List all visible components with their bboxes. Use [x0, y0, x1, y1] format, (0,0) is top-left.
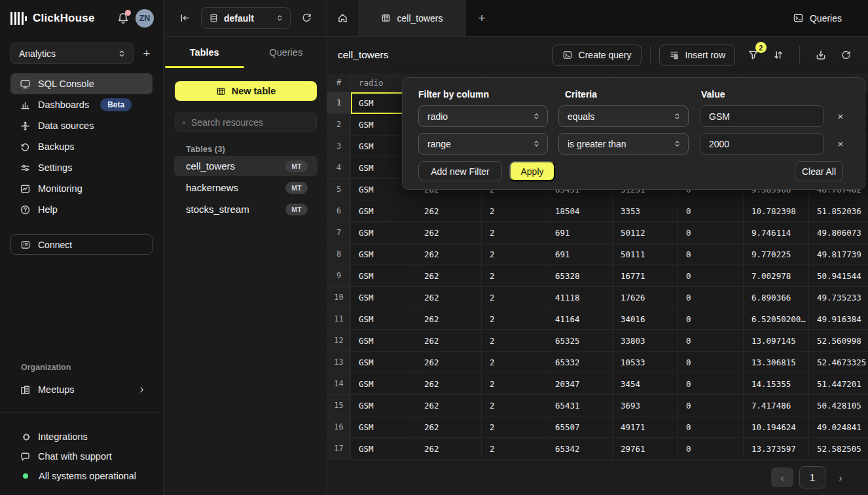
table-cell[interactable]: 16771: [613, 265, 678, 287]
table-cell[interactable]: 262: [416, 395, 482, 416]
sidebar-item-monitoring[interactable]: Monitoring: [10, 178, 153, 199]
sidebar-item-meetups[interactable]: Meetups: [10, 379, 153, 400]
next-page-button[interactable]: ›: [831, 468, 850, 487]
row-number[interactable]: 15: [327, 395, 351, 416]
filter-button[interactable]: 2: [743, 45, 764, 65]
table-cell[interactable]: 0: [678, 352, 744, 373]
table-cell[interactable]: 262: [416, 373, 482, 395]
create-query-button[interactable]: Create query: [552, 45, 642, 66]
table-cell[interactable]: 7.002978: [744, 265, 809, 287]
table-cell[interactable]: 10.782398: [744, 200, 809, 222]
workspace-select[interactable]: Analytics: [10, 43, 134, 64]
table-cell[interactable]: 262: [416, 222, 482, 244]
previous-page-button[interactable]: ‹: [771, 468, 793, 487]
apply-button[interactable]: Apply: [509, 161, 555, 181]
row-number[interactable]: 14: [327, 373, 351, 395]
table-cell[interactable]: 262: [416, 330, 482, 352]
new-tab-button[interactable]: +: [466, 0, 497, 36]
table-cell[interactable]: 49.735233: [809, 287, 868, 308]
sidebar-item-sql-console[interactable]: SQL Console: [10, 73, 153, 94]
tab-queries[interactable]: Queries: [245, 37, 327, 68]
table-cell[interactable]: 2: [482, 330, 547, 352]
row-number[interactable]: 11: [327, 308, 351, 330]
table-cell[interactable]: 65328: [547, 265, 613, 287]
table-cell[interactable]: 262: [416, 416, 482, 438]
add-filter-button[interactable]: Add new Filter: [418, 161, 502, 181]
table-cell[interactable]: 49171: [613, 416, 678, 438]
table-cell[interactable]: 50.941544: [809, 265, 868, 287]
row-number[interactable]: 6: [327, 200, 351, 222]
filter-column-select[interactable]: radio: [418, 105, 548, 127]
tab-tables[interactable]: Tables: [164, 37, 245, 68]
table-cell[interactable]: 41164: [547, 308, 613, 330]
download-button[interactable]: [810, 45, 831, 65]
filter-column-select[interactable]: range: [418, 133, 548, 155]
table-cell[interactable]: 691: [547, 244, 613, 265]
connect-button[interactable]: Connect: [10, 234, 153, 255]
sidebar-item-dashboards[interactable]: Dashboards Beta: [10, 94, 153, 115]
table-cell[interactable]: 49.024841: [809, 416, 868, 438]
row-number[interactable]: 7: [327, 222, 351, 244]
table-cell[interactable]: 52.4673325: [809, 352, 868, 373]
table-cell[interactable]: 6.52050200…: [744, 308, 809, 330]
table-cell[interactable]: 52.582505: [809, 438, 868, 460]
table-cell[interactable]: 13.373597: [744, 438, 809, 460]
table-cell[interactable]: 2: [482, 244, 547, 265]
sidebar-item-chat-support[interactable]: Chat with support: [10, 447, 153, 466]
table-cell[interactable]: 262: [416, 265, 482, 287]
insert-row-button[interactable]: Insert row: [659, 45, 735, 66]
table-cell[interactable]: GSM: [351, 287, 416, 308]
table-cell[interactable]: 33803: [613, 330, 678, 352]
table-cell[interactable]: 50111: [613, 244, 678, 265]
table-cell[interactable]: 0: [678, 222, 744, 244]
row-number[interactable]: 9: [327, 265, 351, 287]
table-cell[interactable]: 9.746114: [744, 222, 809, 244]
table-cell[interactable]: GSM: [351, 308, 416, 330]
system-status-link[interactable]: All systems operational: [10, 466, 153, 486]
table-cell[interactable]: 0: [678, 265, 744, 287]
table-cell[interactable]: 2: [482, 416, 547, 438]
remove-filter-close-icon[interactable]: ×: [832, 105, 849, 127]
row-number[interactable]: 10: [327, 287, 351, 308]
table-cell[interactable]: 2: [482, 395, 547, 416]
table-cell[interactable]: 29761: [613, 438, 678, 460]
table-cell[interactable]: 0: [678, 416, 744, 438]
avatar[interactable]: ZN: [136, 9, 154, 28]
table-cell[interactable]: 18504: [547, 200, 613, 222]
table-cell[interactable]: 49.806073: [809, 222, 868, 244]
table-cell[interactable]: 0: [678, 287, 744, 308]
table-cell[interactable]: 65342: [547, 438, 613, 460]
search-resources-box[interactable]: [175, 113, 317, 132]
table-cell[interactable]: 2: [482, 265, 547, 287]
table-cell[interactable]: 3353: [613, 200, 678, 222]
home-button[interactable]: [327, 0, 358, 36]
sidebar-item-settings[interactable]: Settings: [10, 157, 153, 178]
notifications-button[interactable]: [117, 12, 130, 25]
sidebar-item-integrations[interactable]: Integrations: [10, 427, 153, 447]
table-cell[interactable]: 3454: [613, 373, 678, 395]
table-cell[interactable]: 262: [416, 244, 482, 265]
table-cell[interactable]: GSM: [351, 244, 416, 265]
table-cell[interactable]: GSM: [351, 200, 416, 222]
table-cell[interactable]: 51.852036: [809, 200, 868, 222]
sidebar-item-help[interactable]: Help: [10, 199, 153, 220]
table-cell[interactable]: 49.916384: [809, 308, 868, 330]
filter-criteria-select[interactable]: equals: [558, 105, 689, 127]
queries-link[interactable]: Queries: [793, 0, 868, 36]
sidebar-item-backups[interactable]: Backups: [10, 136, 153, 157]
add-service-button[interactable]: +: [140, 47, 153, 60]
table-cell[interactable]: 2: [482, 222, 547, 244]
table-cell[interactable]: 52.560998: [809, 330, 868, 352]
table-cell[interactable]: 49.817739: [809, 244, 868, 265]
row-number[interactable]: 12: [327, 330, 351, 352]
row-number[interactable]: 3: [327, 136, 351, 157]
table-cell[interactable]: 262: [416, 200, 482, 222]
sort-button[interactable]: [768, 45, 789, 65]
table-cell[interactable]: 65507: [547, 416, 613, 438]
table-cell[interactable]: 14.15355: [744, 373, 809, 395]
table-cell[interactable]: 13.306815: [744, 352, 809, 373]
table-cell[interactable]: 13.097145: [744, 330, 809, 352]
table-cell[interactable]: 7.417486: [744, 395, 809, 416]
table-cell[interactable]: 2: [482, 373, 547, 395]
table-cell[interactable]: 10533: [613, 352, 678, 373]
